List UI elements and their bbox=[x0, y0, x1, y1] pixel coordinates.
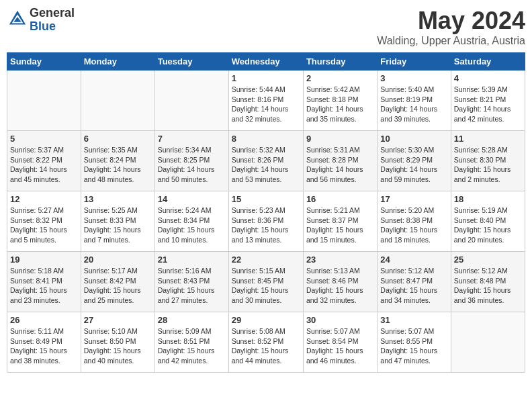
calendar-cell: 10Sunrise: 5:30 AMSunset: 8:29 PMDayligh… bbox=[378, 131, 451, 191]
calendar-cell: 27Sunrise: 5:10 AMSunset: 8:50 PMDayligh… bbox=[81, 312, 154, 373]
calendar-cell bbox=[154, 71, 228, 131]
day-info: Sunrise: 5:30 AMSunset: 8:29 PMDaylight:… bbox=[380, 145, 447, 185]
day-info: Sunrise: 5:07 AMSunset: 8:54 PMDaylight:… bbox=[306, 326, 374, 366]
day-number: 30 bbox=[306, 315, 374, 325]
day-info: Sunrise: 5:20 AMSunset: 8:38 PMDaylight:… bbox=[380, 205, 447, 245]
day-number: 25 bbox=[454, 255, 522, 265]
calendar-cell: 30Sunrise: 5:07 AMSunset: 8:54 PMDayligh… bbox=[303, 312, 377, 373]
day-info: Sunrise: 5:07 AMSunset: 8:55 PMDaylight:… bbox=[380, 326, 447, 366]
day-info: Sunrise: 5:35 AMSunset: 8:24 PMDaylight:… bbox=[84, 145, 152, 185]
calendar-table: SundayMondayTuesdayWednesdayThursdayFrid… bbox=[7, 52, 525, 373]
day-number: 18 bbox=[454, 194, 522, 204]
day-number: 8 bbox=[232, 134, 300, 144]
day-info: Sunrise: 5:17 AMSunset: 8:42 PMDaylight:… bbox=[84, 266, 152, 306]
day-header-thursday: Thursday bbox=[303, 53, 377, 71]
calendar-cell: 4Sunrise: 5:39 AMSunset: 8:21 PMDaylight… bbox=[451, 71, 525, 131]
location: Walding, Upper Austria, Austria bbox=[377, 35, 525, 47]
day-header-wednesday: Wednesday bbox=[228, 53, 303, 71]
day-number: 23 bbox=[306, 255, 374, 265]
day-info: Sunrise: 5:12 AMSunset: 8:47 PMDaylight:… bbox=[380, 266, 447, 306]
calendar-cell: 6Sunrise: 5:35 AMSunset: 8:24 PMDaylight… bbox=[81, 131, 154, 191]
day-info: Sunrise: 5:18 AMSunset: 8:41 PMDaylight:… bbox=[10, 266, 78, 306]
logo: General Blue bbox=[7, 7, 75, 34]
calendar-cell: 3Sunrise: 5:40 AMSunset: 8:19 PMDaylight… bbox=[378, 71, 451, 131]
day-info: Sunrise: 5:42 AMSunset: 8:18 PMDaylight:… bbox=[306, 85, 374, 124]
day-number: 12 bbox=[10, 194, 78, 204]
day-info: Sunrise: 5:10 AMSunset: 8:50 PMDaylight:… bbox=[84, 326, 152, 366]
header-row: SundayMondayTuesdayWednesdayThursdayFrid… bbox=[7, 53, 525, 71]
day-header-friday: Friday bbox=[378, 53, 451, 71]
calendar-cell: 2Sunrise: 5:42 AMSunset: 8:18 PMDaylight… bbox=[303, 71, 377, 131]
day-number: 5 bbox=[10, 134, 78, 144]
month-title: May 2024 bbox=[377, 7, 525, 35]
calendar-cell: 18Sunrise: 5:19 AMSunset: 8:40 PMDayligh… bbox=[451, 191, 525, 252]
calendar-cell: 14Sunrise: 5:24 AMSunset: 8:34 PMDayligh… bbox=[154, 191, 228, 252]
calendar-cell: 16Sunrise: 5:21 AMSunset: 8:37 PMDayligh… bbox=[303, 191, 377, 252]
day-info: Sunrise: 5:32 AMSunset: 8:26 PMDaylight:… bbox=[232, 145, 300, 185]
week-row-5: 26Sunrise: 5:11 AMSunset: 8:49 PMDayligh… bbox=[7, 312, 525, 373]
day-number: 20 bbox=[84, 255, 152, 265]
day-number: 2 bbox=[306, 73, 374, 83]
calendar-cell: 20Sunrise: 5:17 AMSunset: 8:42 PMDayligh… bbox=[81, 252, 154, 312]
day-info: Sunrise: 5:16 AMSunset: 8:43 PMDaylight:… bbox=[158, 266, 226, 306]
calendar-cell: 23Sunrise: 5:13 AMSunset: 8:46 PMDayligh… bbox=[303, 252, 377, 312]
day-info: Sunrise: 5:25 AMSunset: 8:33 PMDaylight:… bbox=[84, 205, 152, 245]
week-row-2: 5Sunrise: 5:37 AMSunset: 8:22 PMDaylight… bbox=[7, 131, 525, 191]
day-number: 24 bbox=[380, 255, 447, 265]
day-info: Sunrise: 5:28 AMSunset: 8:30 PMDaylight:… bbox=[454, 145, 522, 185]
day-info: Sunrise: 5:44 AMSunset: 8:16 PMDaylight:… bbox=[232, 85, 300, 124]
day-header-sunday: Sunday bbox=[7, 53, 81, 71]
calendar-cell: 24Sunrise: 5:12 AMSunset: 8:47 PMDayligh… bbox=[378, 252, 451, 312]
calendar-cell: 11Sunrise: 5:28 AMSunset: 8:30 PMDayligh… bbox=[451, 131, 525, 191]
day-number: 16 bbox=[306, 194, 374, 204]
week-row-3: 12Sunrise: 5:27 AMSunset: 8:32 PMDayligh… bbox=[7, 191, 525, 252]
day-number: 14 bbox=[158, 194, 226, 204]
calendar-cell: 12Sunrise: 5:27 AMSunset: 8:32 PMDayligh… bbox=[7, 191, 81, 252]
title-area: May 2024 Walding, Upper Austria, Austria bbox=[377, 7, 525, 47]
day-info: Sunrise: 5:31 AMSunset: 8:28 PMDaylight:… bbox=[306, 145, 374, 185]
day-info: Sunrise: 5:09 AMSunset: 8:51 PMDaylight:… bbox=[158, 326, 226, 366]
day-info: Sunrise: 5:13 AMSunset: 8:46 PMDaylight:… bbox=[306, 266, 374, 306]
logo-icon bbox=[8, 9, 27, 28]
calendar-cell: 21Sunrise: 5:16 AMSunset: 8:43 PMDayligh… bbox=[154, 252, 228, 312]
calendar-cell: 7Sunrise: 5:34 AMSunset: 8:25 PMDaylight… bbox=[154, 131, 228, 191]
calendar-cell: 13Sunrise: 5:25 AMSunset: 8:33 PMDayligh… bbox=[81, 191, 154, 252]
day-header-monday: Monday bbox=[81, 53, 154, 71]
day-info: Sunrise: 5:40 AMSunset: 8:19 PMDaylight:… bbox=[380, 85, 447, 124]
calendar-cell: 8Sunrise: 5:32 AMSunset: 8:26 PMDaylight… bbox=[228, 131, 303, 191]
calendar-cell: 31Sunrise: 5:07 AMSunset: 8:55 PMDayligh… bbox=[378, 312, 451, 373]
calendar-cell: 29Sunrise: 5:08 AMSunset: 8:52 PMDayligh… bbox=[228, 312, 303, 373]
day-number: 9 bbox=[306, 134, 374, 144]
day-header-saturday: Saturday bbox=[451, 53, 525, 71]
calendar-cell: 15Sunrise: 5:23 AMSunset: 8:36 PMDayligh… bbox=[228, 191, 303, 252]
day-info: Sunrise: 5:37 AMSunset: 8:22 PMDaylight:… bbox=[10, 145, 78, 185]
day-number: 29 bbox=[232, 315, 300, 325]
day-number: 1 bbox=[232, 73, 300, 83]
day-info: Sunrise: 5:27 AMSunset: 8:32 PMDaylight:… bbox=[10, 205, 78, 245]
day-number: 22 bbox=[232, 255, 300, 265]
calendar-cell bbox=[7, 71, 81, 131]
calendar-cell: 1Sunrise: 5:44 AMSunset: 8:16 PMDaylight… bbox=[228, 71, 303, 131]
day-number: 4 bbox=[454, 73, 522, 83]
day-info: Sunrise: 5:34 AMSunset: 8:25 PMDaylight:… bbox=[158, 145, 226, 185]
day-info: Sunrise: 5:08 AMSunset: 8:52 PMDaylight:… bbox=[232, 326, 300, 366]
day-info: Sunrise: 5:23 AMSunset: 8:36 PMDaylight:… bbox=[232, 205, 300, 245]
day-number: 6 bbox=[84, 134, 152, 144]
day-number: 17 bbox=[380, 194, 447, 204]
day-number: 31 bbox=[380, 315, 447, 325]
calendar-cell: 25Sunrise: 5:12 AMSunset: 8:48 PMDayligh… bbox=[451, 252, 525, 312]
calendar-cell: 5Sunrise: 5:37 AMSunset: 8:22 PMDaylight… bbox=[7, 131, 81, 191]
logo-general: General bbox=[30, 6, 75, 19]
day-number: 27 bbox=[84, 315, 152, 325]
logo-blue: Blue bbox=[30, 19, 56, 33]
day-number: 7 bbox=[158, 134, 226, 144]
calendar-cell bbox=[451, 312, 525, 373]
week-row-1: 1Sunrise: 5:44 AMSunset: 8:16 PMDaylight… bbox=[7, 71, 525, 131]
day-number: 21 bbox=[158, 255, 226, 265]
day-info: Sunrise: 5:19 AMSunset: 8:40 PMDaylight:… bbox=[454, 205, 522, 245]
calendar-cell: 9Sunrise: 5:31 AMSunset: 8:28 PMDaylight… bbox=[303, 131, 377, 191]
week-row-4: 19Sunrise: 5:18 AMSunset: 8:41 PMDayligh… bbox=[7, 252, 525, 312]
day-number: 26 bbox=[10, 315, 78, 325]
calendar-cell bbox=[81, 71, 154, 131]
day-info: Sunrise: 5:11 AMSunset: 8:49 PMDaylight:… bbox=[10, 326, 78, 366]
